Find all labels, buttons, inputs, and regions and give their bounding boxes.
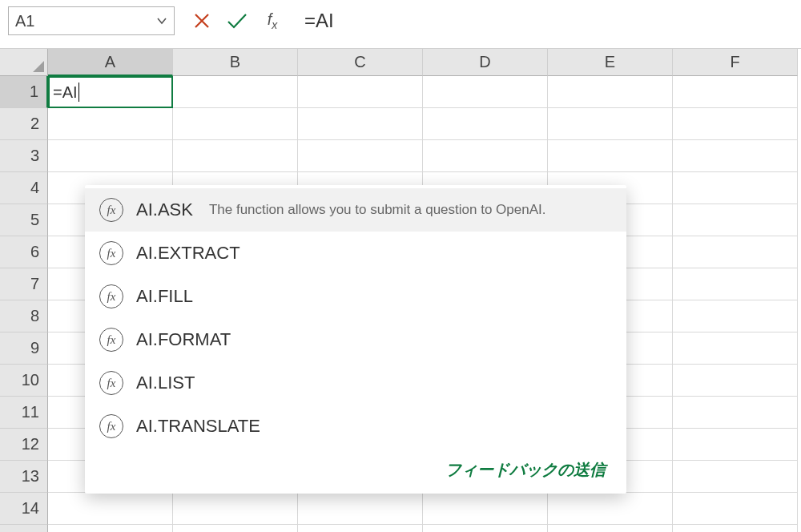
row-header-10[interactable]: 10 bbox=[0, 365, 48, 397]
name-box[interactable]: A1 bbox=[8, 6, 175, 35]
cell[interactable] bbox=[48, 493, 173, 525]
row-header-13[interactable]: 13 bbox=[0, 461, 48, 493]
cell[interactable] bbox=[48, 140, 173, 172]
cell[interactable] bbox=[423, 493, 548, 525]
autocomplete-feedback: フィードバックの送信 bbox=[85, 448, 626, 486]
row-header-2[interactable]: 2 bbox=[0, 108, 48, 140]
row-header-15[interactable]: 15 bbox=[0, 525, 48, 532]
autocomplete-item-ai-ask[interactable]: fx AI.ASK The function allows you to sub… bbox=[85, 188, 626, 232]
autocomplete-item-ai-fill[interactable]: fx AI.FILL bbox=[85, 275, 626, 318]
cell[interactable] bbox=[673, 236, 798, 268]
cell[interactable] bbox=[423, 76, 548, 108]
autocomplete-item-ai-translate[interactable]: fx AI.TRANSLATE bbox=[85, 405, 626, 448]
function-icon: fx bbox=[99, 241, 123, 265]
active-cell-a1[interactable]: =AI bbox=[48, 76, 173, 108]
cell[interactable] bbox=[48, 108, 173, 140]
insert-function-button[interactable]: fx bbox=[256, 5, 288, 37]
send-feedback-link[interactable]: フィードバックの送信 bbox=[445, 461, 606, 478]
cell[interactable] bbox=[673, 525, 798, 532]
close-icon bbox=[192, 11, 211, 30]
cell[interactable] bbox=[673, 429, 798, 461]
autocomplete-item-label: AI.EXTRACT bbox=[136, 243, 240, 264]
cell[interactable] bbox=[298, 493, 423, 525]
function-icon: fx bbox=[99, 414, 123, 438]
formula-autocomplete: fx AI.ASK The function allows you to sub… bbox=[85, 185, 626, 494]
function-icon: fx bbox=[99, 198, 123, 222]
cell[interactable] bbox=[298, 140, 423, 172]
name-box-value: A1 bbox=[15, 12, 34, 30]
autocomplete-item-label: AI.TRANSLATE bbox=[136, 416, 260, 437]
autocomplete-item-ai-extract[interactable]: fx AI.EXTRACT bbox=[85, 232, 626, 275]
column-header-f[interactable]: F bbox=[673, 49, 798, 76]
cell[interactable] bbox=[298, 525, 423, 532]
select-all-corner[interactable] bbox=[0, 49, 48, 76]
cell[interactable] bbox=[673, 397, 798, 429]
cell[interactable] bbox=[673, 140, 798, 172]
name-box-dropdown-icon[interactable] bbox=[153, 12, 171, 30]
column-header-b[interactable]: B bbox=[173, 49, 298, 76]
cell[interactable] bbox=[548, 108, 673, 140]
column-header-a[interactable]: A bbox=[48, 49, 173, 76]
cell[interactable] bbox=[298, 76, 423, 108]
function-icon: fx bbox=[99, 284, 123, 308]
cell[interactable] bbox=[423, 140, 548, 172]
row-header-6[interactable]: 6 bbox=[0, 236, 48, 268]
cell[interactable] bbox=[673, 300, 798, 332]
row-header-4[interactable]: 4 bbox=[0, 172, 48, 204]
autocomplete-item-desc: The function allows you to submit a ques… bbox=[209, 201, 546, 219]
autocomplete-item-ai-format[interactable]: fx AI.FORMAT bbox=[85, 318, 626, 361]
cell[interactable] bbox=[673, 76, 798, 108]
column-header-c[interactable]: C bbox=[298, 49, 423, 76]
autocomplete-item-label: AI.ASK bbox=[136, 200, 193, 220]
column-header-e[interactable]: E bbox=[548, 49, 673, 76]
row-header-3[interactable]: 3 bbox=[0, 140, 48, 172]
cell[interactable] bbox=[673, 172, 798, 204]
cell[interactable] bbox=[423, 525, 548, 532]
row-header-9[interactable]: 9 bbox=[0, 332, 48, 365]
autocomplete-item-label: AI.FORMAT bbox=[136, 329, 231, 350]
cell[interactable] bbox=[673, 332, 798, 365]
cell[interactable] bbox=[673, 461, 798, 493]
column-header-d[interactable]: D bbox=[423, 49, 548, 76]
formula-input-text: =AI bbox=[304, 10, 334, 31]
autocomplete-item-label: AI.FILL bbox=[136, 286, 193, 307]
cell[interactable] bbox=[173, 76, 298, 108]
cell[interactable] bbox=[548, 525, 673, 532]
formula-bar: A1 fx =AI bbox=[0, 0, 801, 49]
row-headers: 1 2 3 4 5 6 7 8 9 10 11 12 13 14 15 bbox=[0, 76, 48, 532]
cell[interactable] bbox=[173, 108, 298, 140]
cell[interactable] bbox=[673, 493, 798, 525]
formula-bar-controls: fx bbox=[186, 5, 288, 37]
cell[interactable] bbox=[48, 525, 173, 532]
row-header-8[interactable]: 8 bbox=[0, 300, 48, 332]
cell[interactable] bbox=[173, 140, 298, 172]
cell[interactable] bbox=[673, 365, 798, 397]
function-icon: fx bbox=[99, 328, 123, 352]
cell[interactable] bbox=[548, 493, 673, 525]
cancel-button[interactable] bbox=[186, 5, 218, 37]
active-cell-text: =AI bbox=[53, 83, 78, 102]
check-icon bbox=[226, 11, 248, 30]
row-header-1[interactable]: 1 bbox=[0, 76, 48, 108]
cell[interactable] bbox=[548, 76, 673, 108]
cell[interactable] bbox=[673, 108, 798, 140]
formula-input[interactable]: =AI bbox=[300, 10, 793, 32]
enter-button[interactable] bbox=[221, 5, 253, 37]
autocomplete-item-label: AI.LIST bbox=[136, 373, 195, 393]
fx-icon: fx bbox=[268, 10, 278, 31]
cell[interactable] bbox=[423, 108, 548, 140]
cell[interactable] bbox=[673, 268, 798, 300]
row-header-14[interactable]: 14 bbox=[0, 493, 48, 525]
cell[interactable] bbox=[548, 140, 673, 172]
text-caret bbox=[78, 83, 79, 102]
row-header-7[interactable]: 7 bbox=[0, 268, 48, 300]
cell[interactable] bbox=[173, 525, 298, 532]
cell[interactable] bbox=[173, 493, 298, 525]
row-header-5[interactable]: 5 bbox=[0, 204, 48, 236]
cell[interactable] bbox=[298, 108, 423, 140]
row-header-11[interactable]: 11 bbox=[0, 397, 48, 429]
cell[interactable] bbox=[673, 204, 798, 236]
autocomplete-item-ai-list[interactable]: fx AI.LIST bbox=[85, 361, 626, 405]
row-header-12[interactable]: 12 bbox=[0, 429, 48, 461]
column-headers: A B C D E F bbox=[48, 49, 798, 76]
